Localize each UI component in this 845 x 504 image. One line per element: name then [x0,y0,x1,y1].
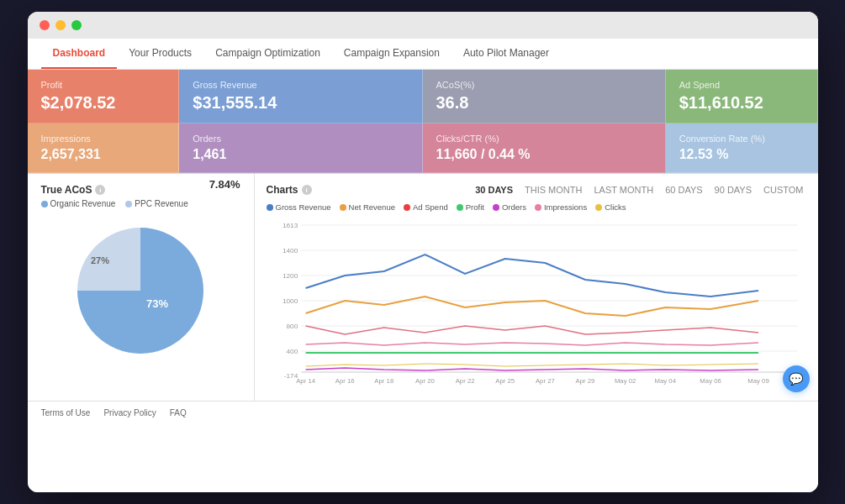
svg-text:1613: 1613 [282,222,298,229]
svg-text:May 02: May 02 [614,377,635,385]
filter-90-days[interactable]: 90 DAYS [712,184,754,196]
svg-text:Apr 27: Apr 27 [535,377,554,385]
gross-revenue-value: $31,555.14 [193,93,408,113]
filter-last-month[interactable]: LAST MONTH [591,184,656,196]
tab-campaign-optimization[interactable]: Campaign Optimization [203,39,332,69]
filter-custom[interactable]: CUSTOM [761,184,805,196]
terms-of-use-link[interactable]: Terms of Use [41,408,91,417]
svg-text:400: 400 [286,348,298,355]
footer-bar: Terms of Use Privacy Policy FAQ [28,401,818,424]
filter-this-month[interactable]: THIS MONTH [522,184,584,196]
ad-spend-value: $11,610.52 [679,93,804,113]
filter-60-days[interactable]: 60 DAYS [663,184,705,196]
app-content: Dashboard Your Products Campaign Optimiz… [28,39,818,492]
svg-text:Apr 22: Apr 22 [455,377,474,385]
chart-legend: Gross Revenue Net Revenue Ad Spend Profi… [267,202,806,212]
orders-label: Orders [193,134,408,144]
nav-bar: Dashboard Your Products Campaign Optimiz… [28,39,818,70]
privacy-policy-link[interactable]: Privacy Policy [103,408,156,417]
true-acos-percentage: 7.84% [209,178,240,191]
impressions-line [305,343,758,345]
metric-acos: ACoS(%) 36.8 [423,70,666,123]
clicks-ctr-value: 11,660 / 0.44 % [436,147,652,162]
maximize-button[interactable] [71,20,82,30]
gross-revenue-legend-dot [267,204,273,211]
gross-revenue-label: Gross Revenue [193,80,408,90]
metric-impressions: Impressions 2,657,331 [28,123,180,173]
net-revenue-legend-dot [340,204,346,211]
svg-text:1200: 1200 [282,272,298,280]
clicks-line [305,364,758,366]
tab-your-products[interactable]: Your Products [117,39,203,69]
close-button[interactable] [40,20,50,30]
conversion-rate-label: Conversion Rate (%) [679,134,805,144]
charts-panel: Charts i 30 DAYS THIS MONTH LAST MONTH 6… [255,174,818,401]
organic-revenue-dot [41,201,48,207]
svg-text:1400: 1400 [282,247,298,255]
pie-label-73: 73% [146,297,168,310]
svg-text:Apr 14: Apr 14 [296,377,316,385]
time-filters: 30 DAYS THIS MONTH LAST MONTH 60 DAYS 90… [473,184,805,196]
orders-value: 1,461 [193,147,408,162]
ad-spend-line [305,326,758,334]
svg-text:May 09: May 09 [747,377,768,385]
svg-text:Apr 29: Apr 29 [575,377,594,385]
legend-organic-revenue: Organic Revenue [41,199,116,208]
metric-profit: Profit $2,078.52 [28,70,180,123]
impressions-label: Impressions [41,134,166,144]
profit-value: $2,078.52 [41,93,166,113]
charts-header: Charts i 30 DAYS THIS MONTH LAST MONTH 6… [267,184,806,196]
tab-campaign-expansion[interactable]: Campaign Expansion [332,39,452,69]
bottom-section: True ACoS i 7.84% Organic Revenue PPC Re… [28,174,818,401]
legend-ad-spend: Ad Spend [404,202,448,212]
svg-text:Apr 16: Apr 16 [335,377,354,385]
ad-spend-legend-dot [404,204,410,211]
charts-info-icon[interactable]: i [302,185,312,195]
legend-clicks: Clicks [595,202,626,212]
ad-spend-label: Ad Spend [679,80,804,90]
legend-net-revenue: Net Revenue [340,202,395,212]
true-acos-panel: True ACoS i 7.84% Organic Revenue PPC Re… [28,174,255,401]
tab-dashboard[interactable]: Dashboard [41,39,118,69]
svg-text:Apr 20: Apr 20 [415,377,435,385]
svg-text:Apr 18: Apr 18 [374,377,393,385]
filter-30-days[interactable]: 30 DAYS [473,184,515,196]
profit-legend-dot [457,204,463,211]
pie-label-27: 27% [91,255,109,265]
svg-text:1000: 1000 [282,297,298,305]
metrics-grid: Profit $2,078.52 Gross Revenue $31,555.1… [28,70,818,174]
svg-text:Apr 25: Apr 25 [495,377,515,385]
tab-auto-pilot-manager[interactable]: Auto Pilot Manager [452,39,561,69]
ppc-revenue-dot [125,201,132,207]
svg-text:May 06: May 06 [700,377,721,385]
metric-clicks-ctr: Clicks/CTR (%) 11,660 / 0.44 % [423,123,666,173]
chat-button[interactable]: 💬 [783,365,810,392]
true-acos-legend: Organic Revenue PPC Revenue [41,199,240,208]
metric-gross-revenue: Gross Revenue $31,555.14 [179,70,422,123]
conversion-rate-value: 12.53 % [679,147,805,162]
svg-text:May 04: May 04 [654,377,676,385]
metric-conversion-rate: Conversion Rate (%) 12.53 % [666,123,818,173]
orders-line [305,368,758,370]
orders-legend-dot [493,204,499,211]
clicks-ctr-label: Clicks/CTR (%) [436,134,652,144]
acos-value: 36.8 [436,93,652,113]
charts-title: Charts i [267,184,312,196]
true-acos-title: True ACoS i [41,184,106,196]
pie-chart-container: 73% 27% [41,215,240,366]
metric-orders: Orders 1,461 [179,123,422,173]
faq-link[interactable]: FAQ [170,408,187,417]
svg-text:800: 800 [286,323,298,330]
clicks-legend-dot [595,204,602,211]
legend-impressions: Impressions [535,202,587,212]
metric-ad-spend: Ad Spend $11,610.52 [666,70,818,123]
legend-gross-revenue: Gross Revenue [267,202,331,212]
impressions-value: 2,657,331 [41,147,166,162]
true-acos-info-icon[interactable]: i [95,185,105,195]
legend-ppc-revenue: PPC Revenue [125,199,187,208]
legend-orders: Orders [493,202,526,212]
profit-label: Profit [41,80,166,90]
line-chart: 1613 1400 1200 1000 800 400 -174 Apr 14 … [267,217,806,385]
pie-chart: 73% 27% [65,215,216,366]
minimize-button[interactable] [55,20,66,30]
